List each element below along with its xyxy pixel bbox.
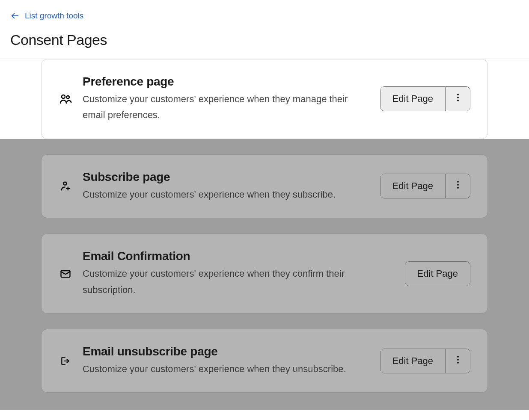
- svg-point-1: [62, 95, 65, 98]
- edit-page-button[interactable]: Edit Page: [405, 262, 470, 286]
- email-confirmation-card: Email Confirmation Customize your custom…: [41, 234, 488, 314]
- svg-point-15: [457, 359, 459, 361]
- kebab-icon: [457, 93, 459, 105]
- svg-point-14: [457, 356, 459, 358]
- arrow-left-icon: [10, 11, 20, 21]
- svg-point-3: [457, 94, 459, 95]
- edit-page-button[interactable]: Edit Page: [380, 349, 445, 373]
- subscribe-page-card: Subscribe page Customize your customers'…: [41, 154, 488, 218]
- back-link[interactable]: List growth tools: [10, 11, 83, 21]
- card-description: Customize your customers' experience whe…: [83, 91, 370, 123]
- svg-point-2: [66, 96, 69, 99]
- email-unsubscribe-card: Email unsubscribe page Customize your cu…: [41, 329, 488, 393]
- svg-point-6: [63, 182, 66, 185]
- svg-point-5: [457, 100, 459, 101]
- envelope-icon: [59, 267, 72, 281]
- person-add-icon: [59, 179, 72, 193]
- edit-page-button[interactable]: Edit Page: [380, 87, 445, 111]
- kebab-icon: [457, 355, 459, 367]
- svg-point-4: [457, 97, 459, 98]
- svg-point-10: [457, 184, 459, 186]
- more-actions-button[interactable]: [445, 87, 470, 111]
- card-description: Customize your customers' experience whe…: [83, 361, 370, 377]
- card-description: Customize your customers' experience whe…: [83, 186, 370, 202]
- svg-point-11: [457, 187, 459, 189]
- back-link-label: List growth tools: [25, 11, 83, 21]
- edit-page-button[interactable]: Edit Page: [380, 174, 445, 198]
- more-actions-button[interactable]: [445, 349, 470, 373]
- svg-point-16: [457, 362, 459, 364]
- page-header: List growth tools Consent Pages: [0, 0, 529, 59]
- logout-icon: [59, 354, 72, 368]
- people-icon: [59, 92, 72, 106]
- content: Preference page Customize your customers…: [0, 59, 529, 420]
- preference-page-card: Preference page Customize your customers…: [41, 59, 488, 139]
- card-title: Email Confirmation: [83, 249, 395, 263]
- more-actions-button[interactable]: [445, 174, 470, 198]
- card-title: Email unsubscribe page: [83, 345, 370, 358]
- card-description: Customize your customers' experience whe…: [83, 266, 395, 298]
- page-title: Consent Pages: [10, 32, 519, 48]
- kebab-icon: [457, 180, 459, 192]
- card-title: Preference page: [83, 75, 370, 89]
- svg-point-9: [457, 181, 459, 183]
- card-title: Subscribe page: [83, 170, 370, 184]
